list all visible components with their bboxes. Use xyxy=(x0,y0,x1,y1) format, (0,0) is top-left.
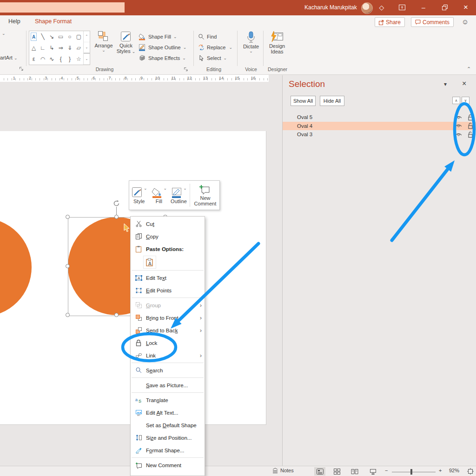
menu-item-edit-text[interactable]: A Edit Text xyxy=(131,271,205,284)
zoom-level[interactable]: 92% xyxy=(449,468,459,473)
notes-button[interactable]: Notes xyxy=(272,468,294,473)
menu-item-format-shape[interactable]: Format Shape... xyxy=(131,444,205,456)
lock-toggle-icon[interactable] xyxy=(464,122,476,129)
move-down-button[interactable]: ∨ xyxy=(462,97,469,104)
shape-gallery-item[interactable]: ◠ xyxy=(38,53,47,65)
gallery-more-icon[interactable]: ⌄ xyxy=(84,53,90,65)
menu-item-send-to-back[interactable]: Send to Back › xyxy=(131,324,205,337)
gallery-scroll-up-icon[interactable]: ⌃ xyxy=(84,31,90,42)
lock-toggle-icon[interactable] xyxy=(464,131,476,138)
resize-handle-bottom-left[interactable] xyxy=(66,313,70,317)
menu-item-copy[interactable]: Copy xyxy=(131,230,205,243)
shape-gallery-item[interactable]: ▢ xyxy=(74,31,83,42)
zoom-out-button[interactable]: − xyxy=(385,468,388,473)
selection-list-item[interactable]: Oval 4 xyxy=(283,122,476,131)
shape-gallery-item[interactable]: ε xyxy=(29,53,38,65)
show-all-button[interactable]: Show All xyxy=(291,96,316,106)
zoom-slider-thumb[interactable] xyxy=(410,469,412,475)
resize-handle-top-left[interactable] xyxy=(66,215,70,219)
shape-fill-button[interactable]: Shape Fill ⌄ xyxy=(139,32,177,42)
wordart-dialog-launcher-icon[interactable] xyxy=(20,67,23,71)
menu-item-edit-alt-text[interactable]: Edit Alt Text... xyxy=(131,406,205,419)
selection-list-item[interactable]: Oval 5 xyxy=(283,113,476,122)
selection-list-item[interactable]: Oval 3 xyxy=(283,130,476,139)
visibility-eye-icon[interactable] xyxy=(452,115,464,120)
comments-button[interactable]: Comments xyxy=(411,17,454,27)
hide-all-button[interactable]: Hide All xyxy=(320,96,344,106)
shape-gallery-item[interactable]: ⇒ xyxy=(56,42,65,53)
menu-item-search[interactable]: Search xyxy=(131,364,205,377)
menu-item-bring-to-front[interactable]: Bring to Front › xyxy=(131,311,205,324)
reading-view-button[interactable] xyxy=(349,467,360,476)
restore-button[interactable] xyxy=(439,2,451,13)
zoom-in-button[interactable]: + xyxy=(439,468,442,473)
pane-options-dropdown-icon[interactable]: ▾ xyxy=(444,81,447,87)
shape-gallery-item[interactable]: ↳ xyxy=(47,42,56,53)
resize-handle-top-center[interactable] xyxy=(114,215,119,219)
style-button[interactable]: ⌄ Style xyxy=(129,181,149,210)
menu-item-new-comment[interactable]: New Comment xyxy=(131,459,205,471)
rotate-handle-icon[interactable] xyxy=(112,199,120,207)
menu-item-lock[interactable]: Lock xyxy=(131,337,205,349)
move-up-button[interactable]: ∧ xyxy=(452,97,460,104)
shape-gallery-item[interactable]: ↘ xyxy=(47,31,56,42)
slide-sorter-view-button[interactable] xyxy=(331,467,343,476)
dictate-button[interactable]: Dictate ⌄ xyxy=(240,31,262,53)
shape-gallery-item[interactable]: ☆ xyxy=(74,53,83,65)
replace-button[interactable]: b Replace ⌄ xyxy=(198,42,232,53)
menu-item-translate[interactable]: aS Translate xyxy=(131,394,205,406)
share-button[interactable]: Share xyxy=(375,17,405,27)
slideshow-view-button[interactable] xyxy=(367,467,378,476)
gallery-scroll-down-icon[interactable]: ⌄ xyxy=(84,42,90,53)
fit-slide-to-window-button[interactable] xyxy=(465,467,476,476)
menu-item-save-as-picture[interactable]: Save as Picture... xyxy=(131,379,205,391)
shape-gallery-item[interactable]: ▭ xyxy=(56,31,65,42)
fill-button[interactable]: ⌄ Fill xyxy=(149,181,169,210)
shape-gallery-item[interactable]: △ xyxy=(29,42,38,53)
shape-gallery-item[interactable]: ⇓ xyxy=(65,42,74,53)
avatar[interactable] xyxy=(361,2,373,14)
minimize-button[interactable]: – xyxy=(417,2,430,13)
find-button[interactable]: Find xyxy=(198,32,217,42)
zoom-slider-track[interactable] xyxy=(392,472,436,472)
design-ideas-button[interactable]: Design Ideas xyxy=(265,31,289,54)
ribbon-display-options-icon[interactable] xyxy=(396,2,408,13)
visibility-eye-icon[interactable] xyxy=(452,123,464,128)
new-comment-button[interactable]: New Comment xyxy=(191,181,219,210)
shape-gallery-item[interactable]: } xyxy=(65,53,74,65)
oval-shape-left[interactable] xyxy=(0,218,32,317)
menu-item-size-and-position[interactable]: Size and Position... xyxy=(131,431,205,444)
feedback-smiley-icon[interactable]: ☺ xyxy=(462,18,469,26)
shape-gallery-item[interactable]: { xyxy=(56,53,65,65)
paste-option-keep-text-only[interactable]: A xyxy=(131,255,205,269)
shape-gallery-item[interactable]: ▱ xyxy=(74,42,83,53)
drawing-dialog-launcher-icon[interactable] xyxy=(184,67,188,71)
collapse-ribbon-icon[interactable]: ⌃ xyxy=(467,66,471,72)
wordart-label[interactable]: artArt ⌄ xyxy=(0,55,18,60)
close-button[interactable]: × xyxy=(460,2,472,13)
lock-toggle-icon[interactable] xyxy=(464,114,476,121)
resize-handle-middle-left[interactable] xyxy=(66,264,70,268)
normal-view-button[interactable] xyxy=(314,467,325,476)
visibility-eye-icon[interactable] xyxy=(452,132,464,137)
menu-item-set-default-shape[interactable]: Set as Default Shape xyxy=(131,419,205,431)
select-button[interactable]: Select ⌄ xyxy=(198,53,227,63)
menu-item-cut[interactable]: Cut xyxy=(131,218,205,230)
shape-outline-button[interactable]: Shape Outline ⌄ xyxy=(139,42,186,53)
shape-gallery-item[interactable]: ∟ xyxy=(38,42,47,53)
gem-icon[interactable]: ◇ xyxy=(376,2,388,13)
shape-gallery-item[interactable]: ○ xyxy=(65,31,74,42)
resize-handle-bottom-center[interactable] xyxy=(114,313,119,317)
tab-shape-format[interactable]: Shape Format xyxy=(35,18,72,25)
menu-item-link[interactable]: Link › xyxy=(131,349,205,362)
shape-gallery-item[interactable]: ∿ xyxy=(47,53,56,65)
outline-button[interactable]: ⌄ Outline xyxy=(169,181,189,210)
wordart-styles-chevron-icon[interactable]: ⌄ xyxy=(2,32,6,36)
arrange-button[interactable]: Arrange ⌄ xyxy=(93,31,114,53)
shape-gallery-item[interactable]: A xyxy=(31,33,37,41)
menu-item-edit-points[interactable]: Edit Points xyxy=(131,284,205,297)
shape-effects-button[interactable]: Shape Effects ⌄ xyxy=(139,53,186,63)
tab-help[interactable]: Help xyxy=(8,18,20,25)
quick-styles-button[interactable]: Quick Styles ⌄ xyxy=(116,31,136,54)
pane-close-icon[interactable]: × xyxy=(462,79,466,88)
